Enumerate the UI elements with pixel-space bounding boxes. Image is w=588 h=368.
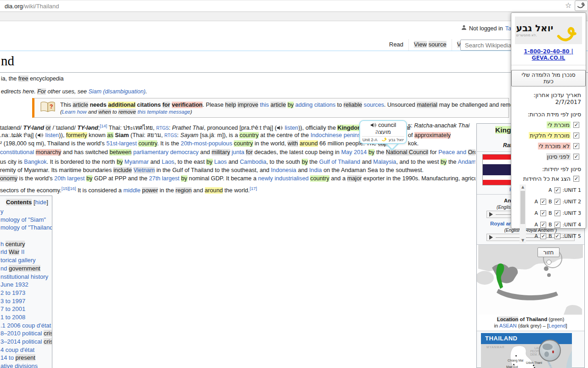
- checkbox[interactable]: ✓: [540, 222, 546, 228]
- text-link[interactable]: [15][16]: [62, 186, 76, 191]
- checkbox[interactable]: ✓: [540, 199, 546, 205]
- checkbox[interactable]: ✓: [573, 143, 579, 149]
- text-link[interactable]: Vietnam: [134, 167, 155, 173]
- text-link[interactable]: parliamentary democracy: [133, 149, 198, 155]
- text-link[interactable]: 20th-most-populous: [181, 140, 232, 147]
- scroll-up-icon[interactable]: ▲: [520, 184, 526, 190]
- checkbox[interactable]: ✓: [573, 132, 579, 138]
- text-link[interactable]: RTGS: [156, 126, 169, 131]
- text-link[interactable]: .1 2006 coup d'état: [0, 322, 51, 329]
- checkbox[interactable]: ✓: [554, 199, 560, 205]
- text-link[interactable]: y: [0, 208, 4, 215]
- text-link[interactable]: 14 to: [0, 354, 16, 361]
- speaker-icon[interactable]: [371, 122, 376, 129]
- unit-list-scrollbar[interactable]: ▲ ▼: [520, 184, 526, 243]
- text-link[interactable]: this template message: [137, 109, 190, 115]
- text-link[interactable]: listen: [44, 132, 59, 138]
- text-link[interactable]: Indonesia: [271, 167, 296, 173]
- checkbox[interactable]: ✓: [554, 233, 560, 239]
- checkbox[interactable]: ✓: [554, 222, 560, 228]
- sync-button[interactable]: סנכרן מול הלומדה שלי כעת: [511, 70, 586, 86]
- text-link[interactable]: 3 to 1997: [0, 298, 25, 305]
- bookmark-star-icon[interactable]: ☆: [565, 1, 571, 10]
- text-link[interactable]: 1 to 2008: [0, 314, 25, 321]
- toc-item[interactable]: .1 2006 coup d'état: [0, 322, 52, 330]
- text-link[interactable]: Andaman Sea: [458, 159, 475, 165]
- toc-item[interactable]: rld War II: [0, 248, 52, 256]
- text-link[interactable]: constitutional: [0, 149, 34, 155]
- audio-listen-icon[interactable]: [277, 125, 283, 132]
- toc-item[interactable]: June 1932: [0, 281, 52, 289]
- text-link[interactable]: 7 to 2001: [0, 305, 25, 312]
- text-link[interactable]: Laos: [214, 159, 227, 165]
- checkbox[interactable]: ✓: [540, 210, 546, 216]
- text-link[interactable]: ative divisions: [0, 362, 38, 368]
- text-link[interactable]: [14]: [100, 123, 107, 128]
- toc-item[interactable]: 3 to 1997: [0, 297, 52, 305]
- text-link[interactable]: Learn how: [62, 109, 87, 115]
- text-link[interactable]: Malaysia: [373, 159, 396, 165]
- text-link[interactable]: torical gallery: [0, 257, 36, 264]
- toc-item[interactable]: nstitutional history: [0, 273, 52, 281]
- text-link[interactable]: 51st-largest: [106, 140, 136, 147]
- text-link[interactable]: adding citations: [295, 102, 336, 108]
- text-link[interactable]: 2 to 1973: [0, 289, 25, 296]
- text-link[interactable]: newly industrialised: [258, 175, 309, 182]
- toc-item[interactable]: 3–2014 political crisis: [0, 338, 52, 346]
- text-link[interactable]: Gulf of Thailand: [319, 159, 360, 165]
- text-link[interactable]: 8–2010 political: [0, 330, 44, 337]
- text-link[interactable]: [17]: [250, 186, 257, 191]
- toc-item[interactable]: y: [0, 207, 52, 216]
- text-link[interactable]: Peace and: [438, 149, 466, 155]
- text-link[interactable]: Myanmar: [124, 159, 149, 165]
- scroll-down-icon[interactable]: ▼: [520, 238, 526, 243]
- text-link[interactable]: sources: [364, 102, 384, 108]
- text-link[interactable]: listen: [283, 125, 298, 131]
- text-link[interactable]: middle: [123, 187, 140, 194]
- scrollbar-thumb[interactable]: [520, 191, 525, 224]
- checkbox[interactable]: ✓: [540, 233, 546, 239]
- checkbox[interactable]: ✓: [573, 176, 579, 182]
- checkbox[interactable]: ✓: [573, 122, 579, 128]
- text-link[interactable]: RTGS: [164, 133, 177, 138]
- toc-item[interactable]: 14 to present: [0, 354, 52, 362]
- text-link[interactable]: ASEAN: [499, 323, 517, 328]
- text-link[interactable]: hide: [35, 199, 47, 206]
- geva-contact-link[interactable]: 1-800-20-40-80 | GEVA.CO.IL: [511, 48, 586, 61]
- toc-item[interactable]: nd government: [0, 264, 52, 273]
- tab-view-source[interactable]: View source: [408, 39, 452, 51]
- text-link[interactable]: India: [309, 167, 322, 173]
- play-icon[interactable]: [489, 212, 493, 217]
- url-text[interactable]: dia.org/wiki/Thailand: [0, 3, 59, 10]
- toc-item[interactable]: h century: [0, 240, 52, 248]
- text-link[interactable]: 20th largest: [54, 175, 85, 182]
- tab-read[interactable]: Read: [384, 39, 408, 51]
- toc-item[interactable]: 7 to 2001: [0, 305, 52, 313]
- text-link[interactable]: mology of "Siam": [0, 216, 46, 223]
- play-icon[interactable]: [489, 235, 493, 240]
- audio-listen-icon[interactable]: [38, 132, 43, 139]
- text-link[interactable]: Laos: [162, 159, 175, 165]
- text-link[interactable]: this: [260, 102, 269, 108]
- text-link[interactable]: 3–2014 political: [0, 338, 44, 345]
- text-link[interactable]: mology of "Thailand": [0, 224, 52, 231]
- geva-extension-button[interactable]: [575, 0, 588, 11]
- toc-item[interactable]: mology of "Siam": [0, 216, 52, 224]
- text-link[interactable]: II: [19, 248, 24, 255]
- toc-item[interactable]: 4 coup d'état: [0, 346, 52, 354]
- text-link[interactable]: junta: [232, 149, 244, 155]
- text-link[interactable]: June 1932: [0, 281, 28, 288]
- text-link[interactable]: Cambodia: [240, 159, 266, 165]
- toc-item[interactable]: 2 to 1973: [0, 289, 52, 297]
- toc-item[interactable]: ative divisions: [0, 362, 52, 368]
- toc-item[interactable]: 1 to 2008: [0, 313, 52, 322]
- text-link[interactable]: nstitutional history: [0, 273, 48, 280]
- text-link[interactable]: 4 coup d'état: [0, 346, 34, 353]
- toc-item[interactable]: 8–2010 political crisis: [0, 329, 52, 338]
- text-link[interactable]: rld: [0, 248, 9, 255]
- text-link[interactable]: 27th largest: [149, 175, 179, 182]
- text-link[interactable]: May 2014: [341, 149, 367, 155]
- text-link[interactable]: Bangkok: [24, 159, 46, 165]
- checkbox[interactable]: ✓: [554, 210, 560, 216]
- toc-item[interactable]: mology of "Thailand": [0, 224, 52, 232]
